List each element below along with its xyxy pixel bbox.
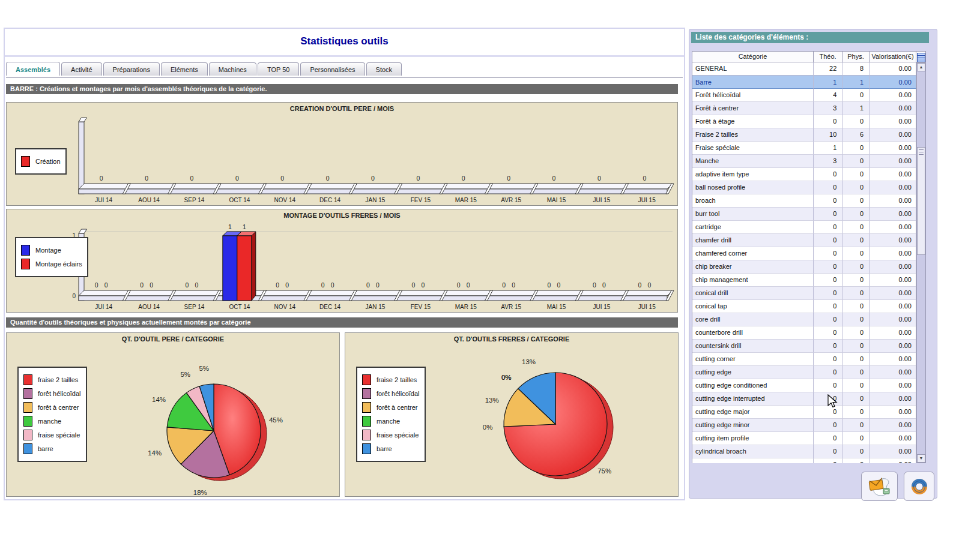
freres-pie-title: QT. D'OUTILS FRERES / CATEGORIE	[345, 335, 678, 343]
table-row[interactable]: adaptive item type000.00	[692, 168, 916, 181]
legend-label: Création	[35, 158, 61, 165]
svg-text:0: 0	[512, 281, 515, 289]
page-title: Statistiques outils	[5, 35, 684, 47]
scroll-down-button[interactable]: ▼	[917, 454, 925, 463]
table-row[interactable]: conical drill000.00	[692, 287, 916, 300]
category-cell: Manche	[692, 155, 814, 168]
table-row[interactable]: cutting edge interrupted000.00	[692, 392, 916, 406]
column-header-0[interactable]: Catégorie	[692, 51, 814, 62]
category-cell: Barre	[692, 76, 814, 89]
legend-item: fraise 2 tailles	[23, 374, 81, 385]
table-row[interactable]: cartridge000.00	[692, 221, 916, 234]
legend-swatch	[23, 388, 32, 399]
valorisation-cell: 0.00	[870, 181, 916, 194]
table-row[interactable]: cylindrical broach000.00	[692, 445, 916, 458]
theo-cell: 0	[814, 208, 842, 221]
table-row[interactable]: Forêt à étage000.00	[692, 115, 916, 128]
refresh-button[interactable]	[904, 472, 934, 501]
table-row[interactable]: burr tool000.00	[692, 208, 916, 221]
theo-cell: 3	[814, 102, 842, 115]
tab-personnalisées[interactable]: Personnalisées	[300, 62, 364, 76]
column-header-2[interactable]: Phys.	[842, 51, 870, 62]
tab-stock[interactable]: Stock	[366, 62, 402, 76]
table-row[interactable]: cutting edge minor000.00	[692, 419, 916, 432]
svg-text:MAI 15: MAI 15	[547, 304, 566, 310]
valorisation-cell: 0.00	[870, 208, 916, 221]
table-row[interactable]: Manche300.00	[692, 155, 916, 168]
valorisation-cell: 0.00	[870, 168, 916, 181]
table-row[interactable]: chip breaker000.00	[692, 260, 916, 274]
table-row[interactable]: Forêt à centrer310.00	[692, 102, 916, 115]
category-cell: Fraise spéciale	[692, 142, 814, 155]
table-row[interactable]: counterbore drill000.00	[692, 326, 916, 340]
svg-text:FEV 15: FEV 15	[411, 304, 431, 310]
table-row[interactable]: GENERAL2280.00	[692, 62, 916, 76]
column-header-1[interactable]: Théo.	[814, 51, 842, 62]
legend-label: Montage	[35, 247, 61, 254]
svg-text:JUI 14: JUI 14	[95, 304, 112, 310]
svg-text:18%: 18%	[193, 489, 207, 496]
theo-cell: 0	[814, 432, 842, 445]
theo-cell: 0	[814, 234, 842, 247]
theo-cell: 0	[814, 458, 842, 463]
category-cell: core drill	[692, 313, 814, 326]
table-row[interactable]: cutting edge000.00	[692, 366, 916, 379]
legend-item: fraise spéciale	[23, 430, 81, 440]
svg-text:0: 0	[411, 281, 415, 289]
category-cell: cutting edge minor	[692, 419, 814, 432]
table-row[interactable]: conical tap000.00	[692, 300, 916, 313]
tab-top-50[interactable]: TOP 50	[258, 62, 300, 76]
category-cell: cutting item profile	[692, 432, 814, 445]
table-row[interactable]: Barre110.00	[692, 76, 916, 89]
montage-chart-legend: MontageMontage éclairs	[15, 237, 88, 277]
theo-cell: 1	[814, 142, 842, 155]
table-row[interactable]: cutting edge conditioned000.00	[692, 379, 916, 392]
table-scrollbar[interactable]: ▲ ▼	[916, 62, 926, 463]
scroll-up-button[interactable]: ▲	[917, 63, 925, 71]
table-row[interactable]: cutting edge major000.00	[692, 406, 916, 419]
category-cell: cutting corner	[692, 353, 814, 366]
export-mail-button[interactable]	[861, 472, 898, 501]
theo-cell: 0	[814, 340, 842, 353]
table-row[interactable]: cutting corner000.00	[692, 353, 916, 366]
montage-bar-chart-canvas: 00JUI 1400AOU 1400SEP 1411OCT 1400NOV 14…	[7, 209, 677, 312]
table-row[interactable]: Fraise 2 tailles1060.00	[692, 128, 916, 142]
tab-assemblés[interactable]: Assemblés	[6, 62, 60, 76]
table-row[interactable]: core drill000.00	[692, 313, 916, 326]
tab-activité[interactable]: Activité	[61, 62, 101, 76]
tab-préparations[interactable]: Préparations	[103, 62, 160, 76]
montage-bar-chart: 00JUI 1400AOU 1400SEP 1411OCT 1400NOV 14…	[6, 209, 678, 313]
svg-text:0: 0	[72, 293, 76, 299]
legend-label: Montage éclairs	[35, 260, 82, 268]
category-cell: cylindrical broach	[692, 445, 814, 458]
column-options-button[interactable]	[916, 51, 926, 62]
table-row[interactable]: chamfered corner000.00	[692, 247, 916, 260]
table-row[interactable]: Forêt hélicoïdal400.00	[692, 89, 916, 102]
legend-swatch	[21, 156, 30, 167]
table-row[interactable]: 000.00	[692, 458, 916, 463]
table-row[interactable]: countersink drill000.00	[692, 340, 916, 353]
table-row[interactable]: chamfer drill000.00	[692, 234, 916, 247]
theo-cell: 1	[814, 76, 842, 89]
scrollbar-thumb[interactable]	[917, 147, 925, 255]
svg-text:1: 1	[228, 223, 232, 230]
svg-text:0: 0	[285, 281, 289, 289]
category-cell: chamfered corner	[692, 247, 814, 260]
tab-eléments[interactable]: Eléments	[161, 62, 208, 76]
category-cell: chip management	[692, 274, 814, 287]
table-row[interactable]: chip management000.00	[692, 274, 916, 287]
svg-text:SEP 14: SEP 14	[184, 304, 205, 310]
column-header-3[interactable]: Valorisation(€)	[870, 51, 916, 62]
table-row[interactable]: Fraise spéciale100.00	[692, 142, 916, 155]
tab-machines[interactable]: Machines	[209, 62, 256, 76]
valorisation-cell: 0.00	[870, 76, 916, 89]
table-row[interactable]: broach000.00	[692, 194, 916, 208]
table-row[interactable]: ball nosed profile000.00	[692, 181, 916, 194]
svg-text:NOV 14: NOV 14	[274, 197, 295, 203]
table-row[interactable]: cutting item profile000.00	[692, 432, 916, 445]
svg-text:JUI 15: JUI 15	[638, 304, 656, 310]
svg-text:0: 0	[276, 281, 279, 289]
svg-text:0: 0	[95, 281, 98, 289]
valorisation-cell: 0.00	[870, 458, 916, 463]
phys-cell: 0	[842, 115, 870, 128]
